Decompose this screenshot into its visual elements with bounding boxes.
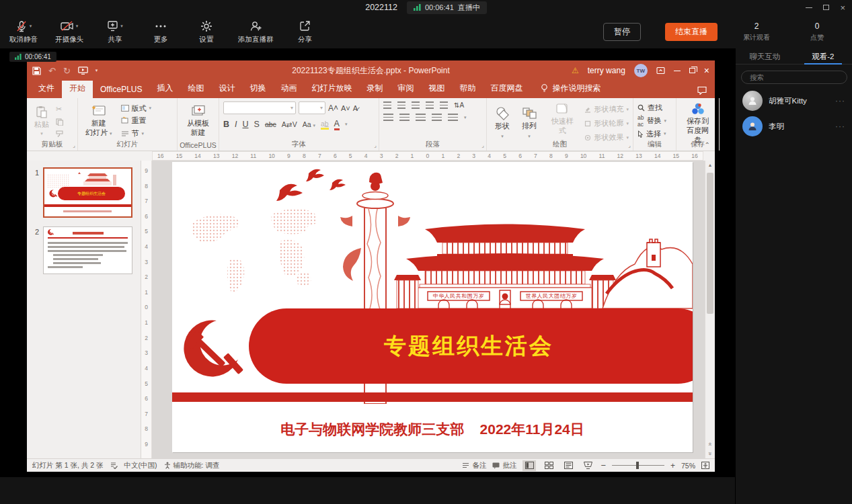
bold-icon[interactable]: B <box>223 120 229 129</box>
strikethrough-icon[interactable]: abc <box>265 120 276 128</box>
share-link-button[interactable]: 分享 <box>291 19 319 44</box>
find-button[interactable]: 查找 <box>637 102 672 114</box>
end-live-button[interactable]: 结束直播 <box>665 23 718 41</box>
new-from-template-button[interactable]: 从模板新建 <box>184 101 212 140</box>
zoom-out-icon[interactable]: − <box>601 460 606 470</box>
ppt-user-name[interactable]: terry wang <box>588 66 625 75</box>
slide-counter[interactable]: 幻灯片 第 1 张, 共 2 张 <box>32 461 104 470</box>
add-live-group-button[interactable]: 添加直播群 <box>238 19 274 44</box>
quick-styles-button[interactable]: 快速样式▾ <box>545 101 580 145</box>
change-case-icon[interactable]: Aa ▾ <box>303 120 315 128</box>
maximize-icon[interactable] <box>823 5 829 10</box>
comments-bubble-icon[interactable] <box>697 86 707 98</box>
notes-button[interactable]: 备注 <box>462 461 486 470</box>
undo-icon[interactable]: ↶ <box>48 66 56 76</box>
shape-fill-button[interactable]: 形状填充▾ <box>584 104 629 115</box>
tab-viewers[interactable]: 观看-2 <box>794 48 852 64</box>
collapse-ribbon-icon[interactable]: ⌃ <box>705 141 710 149</box>
bullets-icon[interactable] <box>383 101 391 109</box>
chevron-down-icon[interactable]: ▾ <box>120 24 123 29</box>
comments-button[interactable]: 批注 <box>492 461 516 470</box>
language-indicator[interactable]: 中文(中国) <box>124 461 157 470</box>
ppt-ribbon-tab[interactable]: 开始 <box>62 79 93 98</box>
ppt-ribbon-tab[interactable]: 百度网盘 <box>483 79 530 98</box>
reading-view-button[interactable] <box>561 460 575 471</box>
chevron-down-icon[interactable]: ▾ <box>30 24 32 29</box>
increase-indent-icon[interactable] <box>426 101 434 109</box>
tell-me-search[interactable]: 操作说明搜索 <box>541 83 601 98</box>
ppt-ribbon-tab[interactable]: 审阅 <box>390 79 421 98</box>
start-slideshow-icon[interactable] <box>78 67 88 75</box>
ppt-ribbon-tab[interactable]: 文件 <box>31 79 62 98</box>
previous-slide-icon[interactable]: « <box>707 442 713 446</box>
ppt-restore-icon[interactable] <box>689 68 695 73</box>
clear-formatting-icon[interactable]: A̷ <box>353 104 358 112</box>
slide-thumbnail-2[interactable] <box>43 226 132 274</box>
cut-icon[interactable]: ✂ <box>56 105 63 114</box>
text-direction-icon[interactable]: ⇅A <box>454 101 464 109</box>
more-button[interactable]: 更多 <box>147 19 175 44</box>
slide-sorter-view-button[interactable] <box>542 460 555 471</box>
char-spacing-icon[interactable]: A⇄V <box>282 120 297 128</box>
chevron-down-icon[interactable]: ▾ <box>345 122 348 127</box>
scroll-up-icon[interactable]: ▲ <box>705 161 715 167</box>
ppt-ribbon-tab[interactable]: 动画 <box>273 79 304 98</box>
slide-thumbnail-1[interactable]: 专题组织生活会 <box>43 167 132 218</box>
qat-dropdown-icon[interactable]: ▾ <box>95 68 98 73</box>
shadow-icon[interactable]: S <box>254 120 260 129</box>
viewer-more-icon[interactable]: ··· <box>835 96 845 106</box>
ppt-ribbon-tab[interactable]: 插入 <box>149 79 180 98</box>
fit-to-window-icon[interactable] <box>701 462 709 469</box>
share-screen-button[interactable]: ▾ 共享 <box>101 19 129 44</box>
align-left-icon[interactable] <box>383 114 393 121</box>
viewer-row[interactable]: 李明 ··· <box>736 114 852 139</box>
columns-icon[interactable] <box>448 114 458 121</box>
replace-button[interactable]: abac替换▾ <box>637 115 672 127</box>
camera-on-button[interactable]: ▾ 开摄像头 <box>55 19 83 44</box>
ribbon-display-options-icon[interactable] <box>656 67 665 75</box>
dialog-launcher-icon[interactable]: ⌟ <box>73 142 75 149</box>
vertical-scrollbar[interactable]: ▲ « » <box>705 161 715 458</box>
search-input[interactable] <box>741 71 847 84</box>
slide-title[interactable]: 专题组织生活会 <box>384 331 553 362</box>
format-painter-icon[interactable] <box>56 130 63 138</box>
close-icon[interactable]: × <box>840 3 845 12</box>
ppt-minimize-icon[interactable] <box>674 71 681 71</box>
viewer-more-icon[interactable]: ··· <box>835 122 845 131</box>
arrange-button[interactable]: 排列▾ <box>518 101 540 145</box>
shapes-button[interactable]: 形状▾ <box>491 101 514 145</box>
align-center-icon[interactable] <box>399 114 410 121</box>
dialog-launcher-icon[interactable]: ⌟ <box>374 142 377 149</box>
tab-chat[interactable]: 聊天互动 <box>736 48 794 64</box>
decrease-font-icon[interactable]: A˅ <box>341 104 350 112</box>
pause-live-button[interactable]: 暂停 <box>603 23 641 41</box>
ppt-ribbon-tab[interactable]: 切换 <box>242 79 273 98</box>
slide[interactable]: 中华人民共和国万岁 世界人民大团结万岁 专题组织生活会 电子与物联网学院教 <box>172 162 693 452</box>
avatar[interactable]: TW <box>634 64 648 77</box>
dialog-launcher-icon[interactable]: ⌟ <box>481 142 484 149</box>
font-name-combo[interactable]: ▾ <box>223 101 296 114</box>
next-slide-icon[interactable]: » <box>707 452 713 455</box>
ppt-ribbon-tab[interactable]: 幻灯片放映 <box>304 79 359 98</box>
save-to-baidu-button[interactable]: 保存到百度网盘 <box>681 101 715 145</box>
chevron-down-icon[interactable]: ▾ <box>464 115 467 120</box>
ppt-ribbon-tab[interactable]: OfficePLUS <box>93 81 149 98</box>
highlight-color-icon[interactable]: ab̲ <box>321 120 329 130</box>
numbering-icon[interactable] <box>397 101 405 109</box>
align-right-icon[interactable] <box>416 114 426 121</box>
zoom-level[interactable]: 75% <box>681 462 695 470</box>
ppt-ribbon-tab[interactable]: 绘图 <box>180 79 211 98</box>
justify-icon[interactable] <box>432 114 442 121</box>
accessibility-status[interactable]: 辅助功能: 调查 <box>164 461 220 470</box>
font-color-icon[interactable]: A <box>334 119 340 130</box>
scrollbar-thumb[interactable] <box>707 173 713 314</box>
ppt-ribbon-tab[interactable]: 帮助 <box>452 79 483 98</box>
increase-font-icon[interactable]: A˄ <box>328 103 338 113</box>
copy-icon[interactable] <box>56 118 63 126</box>
zoom-slider-thumb[interactable] <box>636 462 639 469</box>
dialog-launcher-icon[interactable]: ⌟ <box>628 142 631 149</box>
zoom-slider[interactable] <box>612 465 664 466</box>
reset-button[interactable]: 重置 <box>121 115 152 127</box>
save-icon[interactable] <box>32 67 41 75</box>
ppt-ribbon-tab[interactable]: 视图 <box>421 79 452 98</box>
